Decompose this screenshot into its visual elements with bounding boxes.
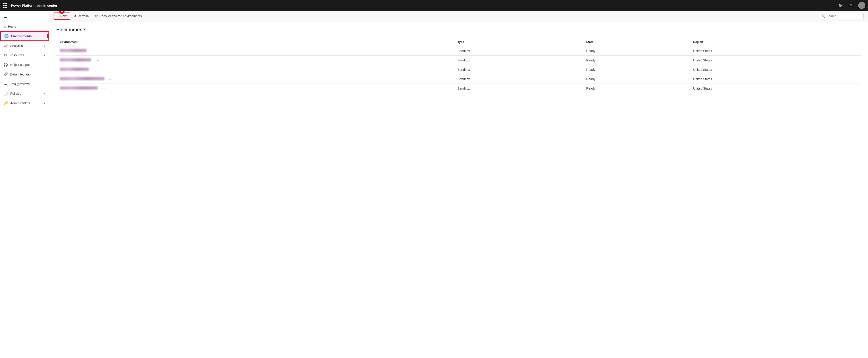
user-avatar[interactable]	[858, 2, 865, 9]
hamburger-button[interactable]: ☰	[0, 11, 49, 22]
col-type: Type	[454, 38, 583, 46]
env-type-cell: Sandbox	[454, 46, 583, 56]
env-region-cell: United States	[690, 56, 861, 65]
help-button[interactable]: ?	[847, 2, 855, 9]
env-name-blurred	[60, 77, 104, 80]
data-preview-icon: ☁	[4, 82, 7, 86]
env-name-blurred	[60, 68, 89, 71]
env-region-cell: United States	[690, 74, 861, 84]
env-type-cell: Sandbox	[454, 74, 583, 84]
content-area: 4 + New ↺ Refresh 🗑 Recover deleted envi…	[49, 11, 868, 358]
env-type-cell: Sandbox	[454, 65, 583, 74]
settings-button[interactable]: ⚙	[837, 2, 844, 9]
sidebar-item-help-label: Help + support	[10, 63, 31, 66]
sidebar: ☰ ⌂ Home 🌐 Environments 3 📈 Analytics ∨ …	[0, 11, 49, 358]
table-row[interactable]: ··· Sandbox Ready United States	[56, 74, 861, 84]
env-region-cell: United States	[690, 65, 861, 74]
home-icon: ⌂	[4, 25, 6, 29]
top-bar: Power Platform admin center ⚙ ?	[0, 0, 868, 11]
sidebar-item-data-integration[interactable]: 🔗 Data integration	[0, 69, 49, 79]
sidebar-item-home-label: Home	[8, 25, 16, 28]
policies-icon: 📄	[4, 91, 8, 96]
table-row[interactable]: ··· Sandbox Ready United States	[56, 56, 861, 65]
sidebar-item-admin-centers-label: Admin centers	[10, 101, 30, 105]
env-name-blurred	[60, 58, 91, 61]
col-environment: Environment	[56, 38, 454, 46]
admin-centers-chevron-icon: ∨	[43, 101, 45, 105]
sidebar-item-data-preview-label: Data (preview)	[9, 82, 30, 86]
env-region-cell: United States	[690, 46, 861, 56]
env-name-blurred	[60, 86, 98, 90]
env-type-cell: Sandbox	[454, 56, 583, 65]
recover-button-label: Recover deleted environments	[99, 14, 142, 18]
env-state-cell: Ready	[583, 46, 690, 56]
sidebar-item-data-integration-label: Data integration	[10, 72, 32, 76]
sidebar-item-policies-label: Policies	[10, 92, 21, 95]
help-icon: 🎧	[4, 63, 8, 67]
search-icon: 🔍	[822, 14, 825, 18]
env-type-cell: Sandbox	[454, 84, 583, 93]
top-bar-actions: ⚙ ?	[837, 2, 865, 9]
refresh-button-label: Refresh	[78, 14, 89, 18]
env-name-cell: ···	[56, 46, 454, 56]
env-state-cell: Ready	[583, 65, 690, 74]
sidebar-item-environments-label: Environments	[11, 34, 32, 38]
analytics-icon: 📈	[4, 43, 8, 48]
search-input[interactable]	[827, 14, 858, 18]
sidebar-item-resources[interactable]: 🖥 Resources ∨	[0, 51, 49, 60]
table-row[interactable]: ··· Sandbox Ready United States	[56, 84, 861, 93]
col-region: Region	[690, 38, 861, 46]
environments-icon: 🌐	[4, 34, 9, 38]
env-name-cell: ···	[56, 84, 454, 93]
sidebar-env-wrapper: 🌐 Environments 3	[0, 31, 49, 41]
sidebar-item-analytics-label: Analytics	[10, 44, 23, 48]
env-more-button[interactable]: ···	[93, 68, 97, 71]
env-more-button[interactable]: ···	[96, 59, 99, 62]
env-state-cell: Ready	[583, 74, 690, 84]
data-integration-icon: 🔗	[4, 72, 8, 77]
recover-button[interactable]: 🗑 Recover deleted environments	[92, 13, 145, 19]
env-state-cell: Ready	[583, 84, 690, 93]
env-more-button[interactable]: ···	[109, 77, 113, 81]
env-state-cell: Ready	[583, 56, 690, 65]
waffle-icon[interactable]	[3, 3, 7, 8]
environments-table: Environment Type State Region ··· Sandbo…	[56, 38, 861, 93]
app-title: Power Platform admin center	[11, 4, 834, 7]
table-row[interactable]: ··· Sandbox Ready United States	[56, 65, 861, 74]
resources-icon: 🖥	[4, 53, 7, 57]
new-icon: +	[57, 14, 59, 18]
env-more-button[interactable]: ···	[91, 49, 95, 53]
table-body: ··· Sandbox Ready United States ··· Sand…	[56, 46, 861, 93]
env-name-cell: ···	[56, 65, 454, 74]
col-state: State	[583, 38, 690, 46]
sidebar-item-data-preview[interactable]: ☁ Data (preview)	[0, 79, 49, 89]
new-button-label: New	[60, 14, 66, 18]
resources-chevron-icon: ∨	[43, 54, 45, 57]
page-title: Environments	[56, 27, 861, 33]
new-button-wrapper: 4 + New	[54, 12, 70, 20]
table-row[interactable]: ··· Sandbox Ready United States	[56, 46, 861, 56]
sidebar-item-environments[interactable]: 🌐 Environments	[0, 31, 49, 41]
env-region-cell: United States	[690, 84, 861, 93]
sidebar-item-home[interactable]: ⌂ Home	[0, 22, 49, 31]
sidebar-item-analytics[interactable]: 📈 Analytics ∨	[0, 41, 49, 51]
sidebar-item-policies[interactable]: 📄 Policies ∨	[0, 89, 49, 98]
toolbar: 4 + New ↺ Refresh 🗑 Recover deleted envi…	[49, 11, 868, 22]
page-content: Environments Environment Type State Regi…	[49, 22, 868, 358]
env-more-button[interactable]: ···	[102, 87, 106, 90]
recover-icon: 🗑	[95, 14, 98, 18]
env-name-blurred	[60, 49, 87, 52]
env-name-cell: ···	[56, 56, 454, 65]
sidebar-item-resources-label: Resources	[9, 53, 24, 57]
refresh-button[interactable]: ↺ Refresh	[71, 13, 91, 19]
sidebar-item-admin-centers[interactable]: 🔑 Admin centers ∨	[0, 98, 49, 108]
analytics-chevron-icon: ∨	[43, 44, 45, 47]
env-name-cell: ···	[56, 74, 454, 84]
main-layout: ☰ ⌂ Home 🌐 Environments 3 📈 Analytics ∨ …	[0, 11, 868, 358]
search-box[interactable]: 🔍	[819, 13, 864, 19]
refresh-icon: ↺	[74, 14, 76, 18]
table-header: Environment Type State Region	[56, 38, 861, 46]
admin-centers-icon: 🔑	[4, 101, 8, 105]
policies-chevron-icon: ∨	[43, 92, 45, 95]
sidebar-item-help[interactable]: 🎧 Help + support	[0, 60, 49, 69]
